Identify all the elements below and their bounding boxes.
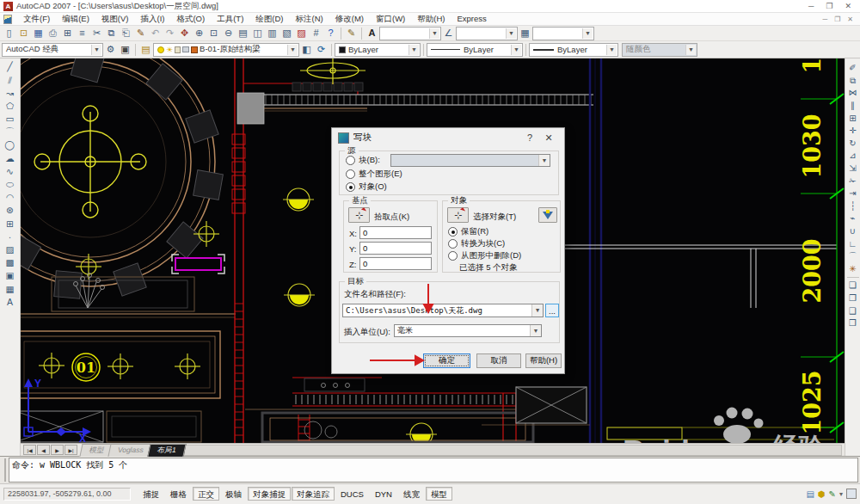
table-style-icon[interactable]: ▦ <box>518 27 532 40</box>
lineweight-combo[interactable]: ByLayer▼ <box>529 43 618 57</box>
markup-icon[interactable]: ▨ <box>294 27 309 40</box>
workspace-save-icon[interactable]: ▣ <box>118 43 132 56</box>
text-style-combo[interactable]: ▼ <box>379 27 441 40</box>
minimize-button[interactable]: ─ <box>808 2 814 10</box>
close-button[interactable]: ✕ <box>845 2 851 10</box>
cancel-button[interactable]: 取消 <box>476 353 521 368</box>
source-block-radio[interactable]: 块(B): <box>346 155 380 166</box>
fillet-icon[interactable]: ⌒ <box>846 250 860 263</box>
menu-tools[interactable]: 工具(T) <box>211 14 249 23</box>
dim-style-icon[interactable]: ∠ <box>441 27 456 40</box>
tool-palettes-icon[interactable]: ▥ <box>265 27 280 40</box>
construction-line-icon[interactable]: ⫽ <box>3 73 18 86</box>
doc-restore-button[interactable]: ❐ <box>834 15 840 23</box>
workspace-settings-icon[interactable]: ⚙ <box>103 43 118 56</box>
menu-dimension[interactable]: 标注(N) <box>290 14 329 23</box>
help-icon[interactable]: ? <box>323 27 338 40</box>
menu-insert[interactable]: 插入(I) <box>134 14 170 23</box>
comm-center-icon[interactable]: ✎ <box>829 489 836 499</box>
mirror-icon[interactable]: ⋈ <box>846 87 860 100</box>
keep-radio[interactable]: 保留(R) <box>448 226 488 237</box>
horizontal-scrollbar[interactable] <box>184 445 842 456</box>
dialog-title-bar[interactable]: 写块 ? ✕ <box>332 128 564 147</box>
toggle-polar[interactable]: 极轴 <box>220 487 247 501</box>
ok-button[interactable]: 确定 <box>423 353 470 368</box>
tab-last-button[interactable]: ▶| <box>64 445 77 455</box>
paste-icon[interactable]: ⎗ <box>119 27 133 40</box>
cut-icon[interactable]: ✂ <box>89 27 104 40</box>
send-back-icon[interactable]: ❐ <box>846 292 860 305</box>
open-icon[interactable]: ⊡ <box>16 27 31 40</box>
toggle-model[interactable]: 模型 <box>426 487 452 501</box>
layer-lock-icon[interactable] <box>175 46 181 53</box>
toolbar-lock-icon[interactable]: ⬢ <box>818 489 826 499</box>
plot-preview-icon[interactable]: ⊞ <box>60 27 75 40</box>
toggle-snap[interactable]: 捕捉 <box>138 487 164 501</box>
hatch-icon[interactable]: ▨ <box>3 243 18 256</box>
menu-window[interactable]: 窗口(W) <box>370 14 411 23</box>
layer-plot-icon[interactable] <box>182 46 189 52</box>
explode-icon[interactable]: ✳ <box>846 263 860 276</box>
layer-manager-icon[interactable]: ▤ <box>138 43 153 56</box>
z-input[interactable]: 0 <box>359 257 432 270</box>
redo-icon[interactable]: ↷ <box>163 27 177 40</box>
bring-above-icon[interactable]: ❑ <box>846 304 860 317</box>
workspace-combo[interactable]: AutoCAD 经典▼ <box>2 43 103 57</box>
table-icon[interactable]: ▦ <box>3 282 18 295</box>
tab-voglass[interactable]: Voglass <box>108 444 153 457</box>
layer-previous-icon[interactable]: ◧ <box>299 43 314 56</box>
menu-edit[interactable]: 编辑(E) <box>56 14 95 23</box>
toggle-lwt[interactable]: 线宽 <box>398 487 425 501</box>
move-icon[interactable]: ✛ <box>846 125 860 138</box>
erase-icon[interactable]: ✐ <box>846 62 860 75</box>
browse-button[interactable]: ... <box>545 304 559 317</box>
ellipse-arc-icon[interactable]: ◠ <box>3 191 18 204</box>
dim-style-combo[interactable]: ▼ <box>456 27 518 40</box>
array-icon[interactable]: ⊞ <box>846 112 860 125</box>
units-combo[interactable]: 毫米 ▼ <box>394 324 542 337</box>
join-icon[interactable]: ∪ <box>846 225 860 238</box>
annotation-scale-icon[interactable]: ▤ <box>806 489 814 499</box>
zoom-previous-icon[interactable]: ⊖ <box>221 27 236 40</box>
line-icon[interactable]: ╱ <box>3 60 18 73</box>
plot-icon[interactable]: ⎙ <box>46 27 60 40</box>
dialog-close-button[interactable]: ✕ <box>539 132 558 144</box>
publish-icon[interactable]: ≡ <box>75 27 89 40</box>
menu-view[interactable]: 视图(V) <box>95 14 135 23</box>
rotate-icon[interactable]: ↻ <box>846 138 860 151</box>
convert-radio[interactable]: 转换为块(C) <box>448 238 505 249</box>
break-icon[interactable]: ⌁ <box>846 212 860 225</box>
quick-select-button[interactable] <box>538 207 557 223</box>
stretch-icon[interactable]: ⇲ <box>846 163 860 175</box>
sheetset-icon[interactable]: ▧ <box>280 27 294 40</box>
layer-combo[interactable]: ☀ B-01-原始结构梁 ▼ <box>153 43 299 57</box>
circle-icon[interactable]: ◯ <box>3 138 18 151</box>
filepath-combo[interactable]: C:\Users\asus\Desktop\天花.dwg ▼ <box>342 304 544 317</box>
revcloud-icon[interactable]: ☁ <box>3 151 18 164</box>
save-icon[interactable]: ▦ <box>31 27 46 40</box>
properties-icon[interactable]: ▤ <box>236 27 250 40</box>
send-under-icon[interactable]: ❒ <box>846 317 860 330</box>
spline-icon[interactable]: ∿ <box>3 165 18 178</box>
plotstyle-combo[interactable]: 随颜色▼ <box>622 43 697 57</box>
source-objects-radio[interactable]: 对象(O) <box>346 181 387 193</box>
doc-minimize-button[interactable]: ─ <box>822 15 827 23</box>
menu-help[interactable]: 帮助(H) <box>411 14 451 23</box>
region-icon[interactable]: ▣ <box>3 269 18 282</box>
polygon-icon[interactable]: ⬠ <box>3 100 18 113</box>
linetype-combo[interactable]: ByLayer▼ <box>427 43 523 57</box>
offset-icon[interactable]: ∥ <box>846 100 860 113</box>
text-style-icon[interactable]: A <box>365 27 379 40</box>
tab-prev-button[interactable]: ◀ <box>37 445 50 455</box>
break-point-icon[interactable]: ┆ <box>846 200 860 213</box>
chamfer-icon[interactable]: ∟ <box>846 237 860 250</box>
tray-menu-arrow-icon[interactable]: ▾ <box>839 490 843 498</box>
menu-express[interactable]: Express <box>451 14 492 23</box>
toggle-ducs[interactable]: DUCS <box>335 487 369 501</box>
rectangle-icon[interactable]: ▭ <box>3 113 18 126</box>
layer-freeze-icon[interactable]: ☀ <box>166 46 173 54</box>
copy-clip-icon[interactable]: ⧉ <box>104 27 119 40</box>
maximize-button[interactable]: ❐ <box>826 2 832 10</box>
scale-icon[interactable]: ⊿ <box>846 150 860 163</box>
toggle-grid[interactable]: 栅格 <box>165 487 192 501</box>
